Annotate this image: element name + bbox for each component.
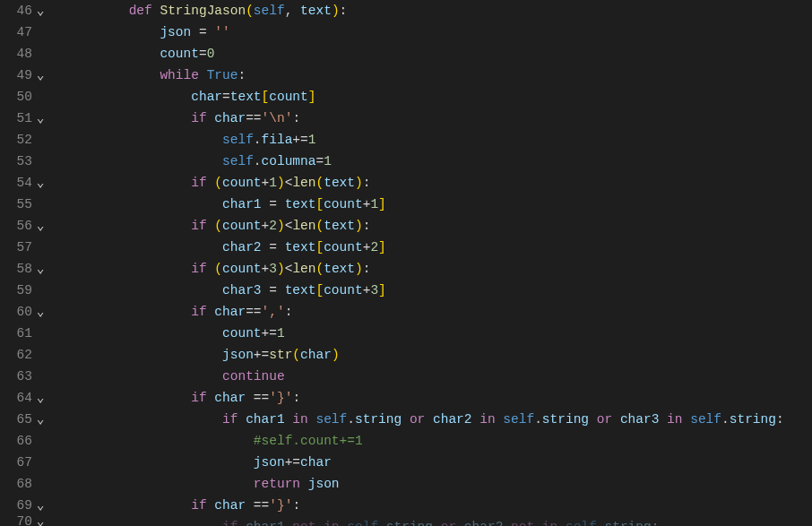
code-line[interactable]: self.columna=1: [66, 151, 812, 172]
code-editor[interactable]: 46⌄474849⌄5051⌄525354⌄5556⌄5758⌄5960⌄616…: [0, 0, 812, 526]
token-op: ==: [246, 391, 269, 405]
token-va: string: [542, 412, 589, 427]
token-kw: if: [191, 262, 214, 276]
token-op: ==: [246, 305, 261, 319]
fold-chevron-icon[interactable]: ⌄: [32, 215, 48, 237]
code-line[interactable]: char3 = text[count+3]: [66, 280, 812, 301]
code-line[interactable]: char1 = text[count+1]: [66, 194, 812, 215]
token-va: json: [222, 348, 254, 362]
code-line[interactable]: if char1 in self.string or char2 in self…: [66, 409, 812, 430]
fold-chevron-icon[interactable]: ⌄: [32, 108, 48, 129]
fold-chevron-icon[interactable]: ⌄: [32, 301, 48, 323]
gutter-row: 55: [0, 194, 48, 215]
token-kw: def: [129, 4, 160, 18]
fold-chevron-icon[interactable]: ⌄: [32, 495, 48, 516]
code-line[interactable]: if char=='\n':: [66, 108, 812, 129]
gutter-row: 60⌄: [0, 301, 48, 323]
token-pn: :: [363, 262, 371, 276]
token-va: text: [285, 240, 316, 254]
token-fn: str: [269, 348, 292, 362]
token-br1: ]: [378, 283, 386, 297]
fold-chevron-icon[interactable]: ⌄: [32, 258, 48, 280]
code-line[interactable]: json = '': [66, 22, 812, 43]
token-nu: 1: [269, 176, 277, 190]
code-line[interactable]: json+=char: [66, 452, 812, 473]
line-number: 66: [9, 430, 32, 452]
token-pn: :: [776, 412, 784, 427]
token-op: +: [262, 219, 270, 233]
line-number: 70: [9, 516, 32, 526]
code-line[interactable]: if (count+3)<len(text):: [66, 258, 812, 280]
gutter-row: 48: [0, 43, 48, 65]
code-line[interactable]: return json: [66, 473, 812, 495]
code-line[interactable]: if char1 not in self.string or char2 not…: [66, 516, 812, 526]
code-line[interactable]: self.fila+=1: [66, 129, 812, 151]
token-br1: ): [277, 219, 285, 233]
code-line[interactable]: if char =='}':: [66, 495, 812, 516]
token-va: count: [324, 283, 363, 297]
token-cf: self: [566, 520, 597, 526]
gutter-row: 68: [0, 473, 48, 495]
token-kw: or: [433, 520, 464, 526]
gutter-row: 66: [0, 430, 48, 452]
token-br1: [: [315, 240, 324, 254]
line-number: 59: [9, 280, 32, 301]
line-number: 54: [9, 172, 32, 194]
code-line[interactable]: def StringJason(self, text):: [66, 0, 812, 22]
token-va: char1: [222, 197, 262, 211]
line-number: 64: [9, 387, 32, 409]
token-kw: if: [191, 391, 214, 405]
fold-chevron-icon[interactable]: ⌄: [32, 172, 48, 194]
code-line[interactable]: count+=1: [66, 323, 812, 344]
token-st: '}': [269, 498, 292, 513]
gutter-row: 53: [0, 151, 48, 172]
code-line[interactable]: count=0: [66, 43, 812, 65]
code-line[interactable]: if char==',':: [66, 301, 812, 323]
token-va: string: [386, 520, 433, 526]
code-line[interactable]: if (count+2)<len(text):: [66, 215, 812, 237]
line-number: 58: [9, 258, 32, 280]
code-line[interactable]: continue: [66, 366, 812, 387]
token-va: count: [324, 240, 363, 254]
gutter-row: 46⌄: [0, 0, 48, 22]
token-va: char3: [620, 412, 660, 427]
line-number: 47: [9, 22, 32, 43]
token-cf: self: [503, 412, 534, 427]
code-line[interactable]: if (count+1)<len(text):: [66, 172, 812, 194]
token-va: text: [285, 197, 316, 211]
token-kw: in: [472, 412, 504, 427]
token-nu: 1: [308, 133, 316, 147]
code-line[interactable]: #self.count+=1: [66, 430, 812, 452]
token-pn: :: [285, 305, 293, 319]
line-number: 49: [9, 65, 32, 86]
token-va: json: [254, 455, 285, 470]
gutter-row: 61: [0, 323, 48, 344]
code-line[interactable]: json+=str(char): [66, 344, 812, 366]
token-pn: .: [347, 412, 355, 427]
fold-chevron-icon[interactable]: ⌄: [32, 65, 48, 86]
token-br1: [: [262, 90, 270, 104]
token-br1: ]: [378, 240, 386, 254]
token-op: =: [262, 283, 285, 297]
token-br1: (: [315, 262, 324, 276]
fold-chevron-icon[interactable]: ⌄: [32, 0, 48, 22]
token-br1: (: [315, 176, 324, 190]
code-line[interactable]: char2 = text[count+2]: [66, 237, 812, 258]
token-st: '': [214, 25, 229, 39]
token-va: text: [324, 176, 355, 190]
gutter-row: 49⌄: [0, 65, 48, 86]
fold-chevron-icon[interactable]: ⌄: [32, 516, 48, 526]
fold-chevron-icon[interactable]: ⌄: [32, 409, 48, 430]
line-number: 57: [9, 237, 32, 258]
code-line[interactable]: if char =='}':: [66, 387, 812, 409]
fold-chevron-icon[interactable]: ⌄: [32, 387, 48, 409]
code-area[interactable]: def StringJason(self, text): json = '' c…: [52, 0, 812, 526]
code-line[interactable]: while True:: [66, 65, 812, 86]
token-pn: .: [721, 412, 730, 427]
token-va: text: [324, 262, 355, 276]
code-line[interactable]: char=text[count]: [66, 86, 812, 108]
gutter-row: 54⌄: [0, 172, 48, 194]
gutter-row: 56⌄: [0, 215, 48, 237]
token-pn: .: [534, 412, 542, 427]
token-op: =: [262, 197, 285, 211]
